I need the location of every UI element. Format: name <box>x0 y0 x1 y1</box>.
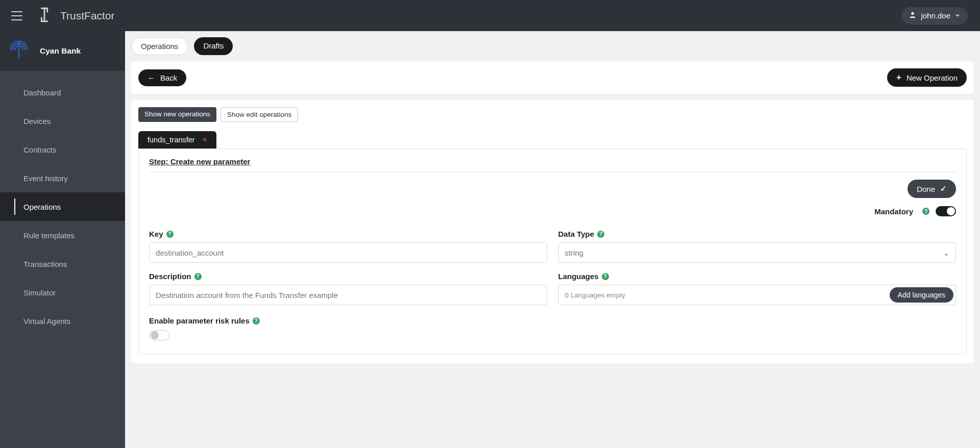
select-value: string <box>565 248 584 257</box>
draft-tabs: funds_transfer ✕ <box>138 131 967 148</box>
data-type-select[interactable]: string <box>558 242 957 263</box>
field-languages: Languages ? 0 Languages empty Add langua… <box>558 272 957 305</box>
sidebar: Cyan Bank Dashboard Devices Contracts Ev… <box>0 31 125 448</box>
key-label: Key ? <box>149 230 547 238</box>
panel-title: Step: Create new parameter <box>149 157 956 166</box>
help-icon[interactable]: ? <box>597 231 604 238</box>
description-label: Description ? <box>149 272 547 281</box>
arrow-left-icon <box>148 73 155 82</box>
mandatory-row: Mandatory ? <box>149 206 956 216</box>
label-text: Key <box>149 230 163 238</box>
languages-status: 0 Languages empty <box>565 291 890 299</box>
brand: TrustFactor <box>36 6 115 26</box>
new-operation-button[interactable]: New Operation <box>887 68 967 87</box>
draft-tab-label: funds_transfer <box>148 136 195 144</box>
help-icon[interactable]: ? <box>253 317 260 325</box>
brand-logo-icon <box>36 6 53 26</box>
risk-label: Enable parameter risk rules ? <box>149 316 956 325</box>
form-grid: Key ? Data Type ? string <box>149 230 956 305</box>
user-name: john.doe <box>921 11 950 20</box>
filter-show-edit[interactable]: Show edit operations <box>220 107 298 122</box>
nav-item-devices[interactable]: Devices <box>0 107 125 135</box>
data-type-label: Data Type ? <box>558 230 957 238</box>
nav-item-simulator[interactable]: Simulator <box>0 278 125 307</box>
mandatory-label: Mandatory <box>874 207 913 216</box>
nav-label: Virtual Agents <box>23 317 70 326</box>
risk-toggle[interactable] <box>149 330 169 340</box>
nav-label: Operations <box>23 203 61 211</box>
nav: Dashboard Devices Contracts Event histor… <box>0 71 125 335</box>
nav-item-virtual-agents[interactable]: Virtual Agents <box>0 307 125 335</box>
nav-label: Transactions <box>23 260 67 268</box>
check-icon <box>940 184 947 193</box>
languages-label: Languages ? <box>558 272 957 281</box>
chevron-down-icon <box>943 248 949 257</box>
nav-item-rule-templates[interactable]: Rule templates <box>0 221 125 250</box>
filter-show-new[interactable]: Show new operations <box>138 107 216 122</box>
plus-icon <box>896 72 901 83</box>
parameter-panel: Step: Create new parameter Done Mandator… <box>138 148 967 354</box>
help-icon[interactable]: ? <box>602 273 609 280</box>
field-key: Key ? <box>149 230 547 263</box>
tab-operations[interactable]: Operations <box>131 37 188 55</box>
back-button[interactable]: Back <box>138 69 186 86</box>
tab-label: Operations <box>141 42 178 51</box>
draft-tab-funds-transfer[interactable]: funds_transfer ✕ <box>138 131 216 148</box>
tab-label: Drafts <box>203 41 224 50</box>
back-label: Back <box>160 73 177 82</box>
risk-row: Enable parameter risk rules ? <box>149 316 956 340</box>
tenant-name: Cyan Bank <box>40 46 81 56</box>
nav-label: Dashboard <box>23 88 61 97</box>
label-text: Description <box>149 272 191 281</box>
field-description: Description ? <box>149 272 547 305</box>
work-card: Show new operations Show edit operations… <box>131 100 974 363</box>
tabs-row: Operations Drafts <box>131 31 974 61</box>
tenant-logo-icon <box>7 38 31 64</box>
nav-label: Contracts <box>23 145 56 154</box>
add-languages-button[interactable]: Add languages <box>890 287 953 303</box>
tab-drafts[interactable]: Drafts <box>194 37 233 55</box>
done-label: Done <box>917 185 935 193</box>
chevron-down-icon <box>954 11 961 20</box>
mandatory-toggle[interactable] <box>936 206 956 216</box>
field-data-type: Data Type ? string <box>558 230 957 263</box>
nav-label: Simulator <box>23 288 56 297</box>
svg-point-0 <box>912 12 914 15</box>
chip-label: Show new operations <box>144 110 210 118</box>
nav-item-dashboard[interactable]: Dashboard <box>0 78 125 107</box>
brand-name: TrustFactor <box>60 10 115 22</box>
languages-box: 0 Languages empty Add languages <box>558 285 957 305</box>
filter-chips: Show new operations Show edit operations <box>138 107 967 122</box>
nav-label: Rule templates <box>23 231 75 240</box>
help-icon[interactable]: ? <box>194 273 202 280</box>
hamburger-menu-icon[interactable] <box>11 11 23 20</box>
nav-item-operations[interactable]: Operations <box>0 192 125 221</box>
nav-item-transactions[interactable]: Transactions <box>0 250 125 278</box>
nav-item-contracts[interactable]: Contracts <box>0 135 125 164</box>
user-icon <box>909 11 917 20</box>
close-icon[interactable]: ✕ <box>202 136 207 143</box>
nav-label: Devices <box>23 117 51 126</box>
chip-label: Show edit operations <box>227 111 291 118</box>
user-menu[interactable]: john.doe <box>901 7 968 24</box>
topbar: TrustFactor john.doe <box>0 0 980 31</box>
description-input[interactable] <box>149 285 547 305</box>
key-input[interactable] <box>149 242 547 263</box>
main-content: Operations Drafts Back New Operation Sho… <box>125 31 980 448</box>
label-text: Data Type <box>558 230 595 238</box>
tenant-header: Cyan Bank <box>0 31 125 71</box>
action-bar: Back New Operation <box>131 61 974 94</box>
add-languages-label: Add languages <box>898 291 945 299</box>
label-text: Languages <box>558 272 599 281</box>
label-text: Enable parameter risk rules <box>149 316 250 325</box>
new-operation-label: New Operation <box>906 73 958 82</box>
help-icon[interactable]: ? <box>922 208 929 215</box>
nav-item-event-history[interactable]: Event history <box>0 164 125 192</box>
nav-label: Event history <box>23 174 68 183</box>
help-icon[interactable]: ? <box>166 231 174 238</box>
done-button[interactable]: Done <box>908 180 956 198</box>
divider <box>149 172 956 172</box>
